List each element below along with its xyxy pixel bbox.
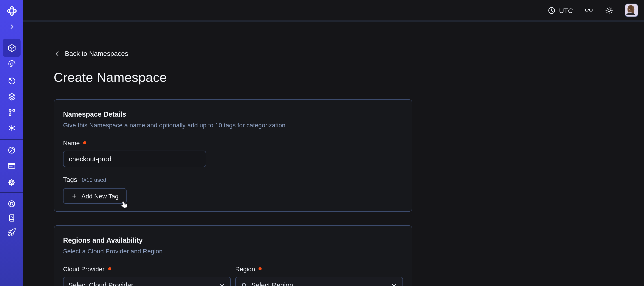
sidebar-logo[interactable] xyxy=(3,2,20,20)
tags-label: Tags xyxy=(63,176,77,183)
namespace-name-input[interactable] xyxy=(63,151,206,167)
top-bar: UTC xyxy=(23,0,644,21)
card-title: Namespace Details xyxy=(63,110,403,118)
required-dot xyxy=(259,267,262,270)
sidebar-item-cube[interactable] xyxy=(3,39,20,57)
clock-icon xyxy=(548,6,556,14)
search-icon xyxy=(240,281,248,286)
cube-icon xyxy=(7,43,16,52)
regions-availability-card: Regions and Availability Select a Cloud … xyxy=(54,225,412,286)
sidebar-nav xyxy=(0,0,23,286)
sidebar-item-gear[interactable] xyxy=(3,173,20,191)
region-label-text: Region xyxy=(235,266,255,273)
lifebuoy-icon xyxy=(7,199,16,208)
credit-card-icon xyxy=(7,161,16,170)
app: UTC xyxy=(0,0,644,286)
gear-icon xyxy=(7,178,16,187)
cloud-provider-placeholder: Select Cloud Provider xyxy=(68,281,133,286)
theme-toggle-button[interactable] xyxy=(605,6,614,15)
chevron-down-icon xyxy=(390,281,398,286)
sun-icon xyxy=(605,6,614,15)
avatar-image xyxy=(625,4,636,15)
chevron-down-icon xyxy=(218,281,226,286)
user-avatar[interactable] xyxy=(625,3,638,17)
sidebar-divider xyxy=(0,139,23,140)
region-select[interactable]: Select Region xyxy=(235,277,403,286)
timezone-control[interactable]: UTC xyxy=(548,6,573,14)
namespace-details-card: Namespace Details Give this Namespace a … xyxy=(54,99,412,212)
sidebar-item-credit-card[interactable] xyxy=(3,157,20,175)
gauge-icon xyxy=(7,146,16,155)
sidebar-item-branch[interactable] xyxy=(3,103,20,121)
cloud-provider-label-text: Cloud Provider xyxy=(63,266,104,273)
sidebar-item-layers[interactable] xyxy=(3,88,20,105)
plus-icon xyxy=(71,193,77,199)
region-placeholder: Select Region xyxy=(251,281,293,286)
main-content: Back to Namespaces Create Namespace Name… xyxy=(23,22,644,286)
required-dot xyxy=(84,141,86,144)
temporal-logo xyxy=(6,5,17,16)
add-new-tag-button[interactable]: Add New Tag xyxy=(63,188,126,204)
iris-icon xyxy=(7,59,16,68)
sidebar-item-rocket[interactable] xyxy=(3,224,20,241)
name-field-label: Name xyxy=(63,139,403,147)
required-dot xyxy=(108,267,111,270)
region-label: Region xyxy=(235,266,403,273)
add-tag-label: Add New Tag xyxy=(82,192,118,200)
timezone-label: UTC xyxy=(559,6,573,14)
sidebar-item-gauge[interactable] xyxy=(3,141,20,159)
asterisk-icon xyxy=(7,123,16,132)
cloud-provider-select[interactable]: Select Cloud Provider xyxy=(63,277,231,286)
chevron-left-icon xyxy=(54,50,61,57)
sidebar-expand-button[interactable] xyxy=(3,17,20,35)
branch-icon xyxy=(7,107,16,117)
book-sparkle-icon xyxy=(7,213,16,222)
back-to-namespaces-link[interactable]: Back to Namespaces xyxy=(54,50,128,57)
labs-toggle-button[interactable] xyxy=(584,5,594,15)
cloud-provider-label: Cloud Provider xyxy=(63,266,231,273)
card-subtitle: Give this Namespace a name and optionall… xyxy=(63,122,403,129)
tags-counter: 0/10 used xyxy=(82,177,106,183)
page-title: Create Namespace xyxy=(54,70,644,85)
timer-icon xyxy=(7,76,16,85)
card-subtitle: Select a Cloud Provider and Region. xyxy=(63,248,403,255)
name-label-text: Name xyxy=(63,139,80,147)
card-title: Regions and Availability xyxy=(63,236,403,245)
sidebar-item-asterisk[interactable] xyxy=(3,119,20,137)
glasses-icon xyxy=(584,5,594,15)
sidebar-divider xyxy=(0,192,23,193)
chevron-right-icon xyxy=(8,23,15,30)
tags-label-row: Tags 0/10 used xyxy=(63,176,403,183)
sidebar-item-iris[interactable] xyxy=(3,54,20,72)
back-link-label: Back to Namespaces xyxy=(65,50,128,57)
rocket-icon xyxy=(7,228,16,237)
sidebar-item-timer[interactable] xyxy=(3,71,20,89)
layers-icon xyxy=(7,92,16,101)
